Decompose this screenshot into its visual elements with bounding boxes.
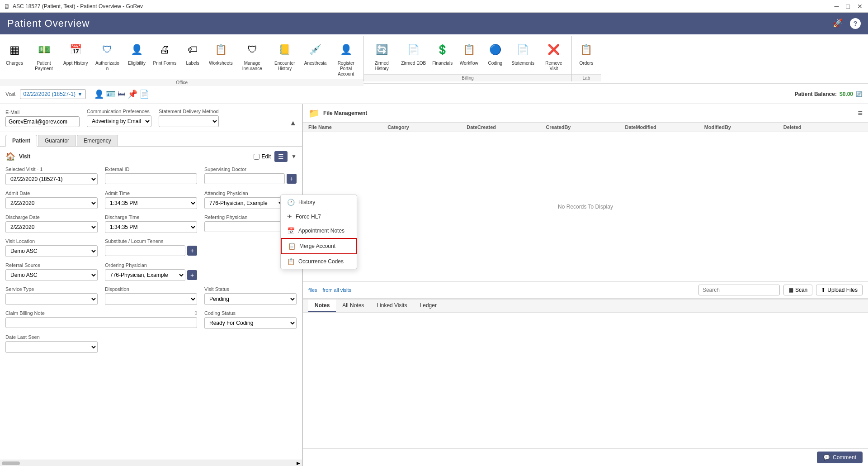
toolbar-register-portal[interactable]: 👤 Register Portal Account xyxy=(330,38,362,79)
notes-tabs: Notes All Notes Linked Visits Ledger xyxy=(303,300,868,313)
comm-pref-select[interactable]: Advertising by Email xyxy=(87,115,151,127)
date-last-seen-select[interactable] xyxy=(5,341,98,353)
upload-label: Upload Files xyxy=(827,287,858,293)
ordering-physician-select[interactable]: 776-Physician, Example xyxy=(105,269,185,281)
toolbar-authorization[interactable]: 🛡 Authorization xyxy=(91,38,123,73)
tab-all-notes[interactable]: All Notes xyxy=(336,300,370,312)
toolbar-workflow[interactable]: 📋 Workflow xyxy=(456,38,481,68)
toolbar-statements[interactable]: 📄 Statements xyxy=(509,38,537,68)
scroll-thumb[interactable] xyxy=(2,461,20,465)
toolbar-coding[interactable]: 🔵 Coding xyxy=(482,38,508,68)
toolbar-eligibility[interactable]: 👤 Eligibility xyxy=(124,38,149,68)
email-label: E-Mail xyxy=(5,109,80,115)
edit-checkbox[interactable] xyxy=(254,154,259,160)
menu-item-merge-account[interactable]: 📋 Merge Account xyxy=(281,238,357,254)
menu-item-occurrence-codes[interactable]: 📋 Occurrence Codes xyxy=(281,254,357,269)
minimize-button[interactable]: ─ xyxy=(833,3,841,10)
tab-guarantor[interactable]: Guarantor xyxy=(38,135,76,146)
selected-visit-select[interactable]: 02/22/2020 (18527-1) xyxy=(5,173,98,185)
toolbar-appt-history[interactable]: 📅 Appt History xyxy=(61,38,90,68)
menu-item-force-hl7[interactable]: ✈ Force HL7 xyxy=(281,209,357,223)
folder-icon: 📁 xyxy=(308,108,320,119)
supervising-doctor-input[interactable] xyxy=(204,173,285,184)
admit-date-select[interactable]: 2/22/2020 xyxy=(5,197,98,209)
scan-button[interactable]: ▦ Scan xyxy=(783,285,812,295)
toolbar-orders[interactable]: 📋 Orders xyxy=(574,38,599,68)
toolbar-manage-insurance[interactable]: 🛡 Manage Insurance xyxy=(236,38,268,73)
attending-physician-select[interactable]: 776-Physician, Example xyxy=(204,197,285,209)
tab-patient[interactable]: Patient xyxy=(5,135,37,147)
admit-time-select[interactable]: 1:34:35 PM xyxy=(105,197,197,209)
referral-source-select[interactable]: Demo ASC xyxy=(5,269,98,281)
substitute-locum-add-button[interactable]: + xyxy=(187,246,197,256)
tab-linked-visits[interactable]: Linked Visits xyxy=(370,300,413,312)
toolbar-patient-payment[interactable]: 💵 Patient Payment xyxy=(28,38,60,73)
stmt-delivery-field-group: Statement Delivery Method xyxy=(159,109,219,127)
ordering-physician-label: Ordering Physician xyxy=(105,262,197,268)
menu-item-appointment-notes[interactable]: 📅 Appointment Notes xyxy=(281,223,357,238)
scroll-right-icon[interactable]: ▶ xyxy=(297,461,300,466)
email-field-group: E-Mail xyxy=(5,109,80,127)
maximize-button[interactable]: □ xyxy=(844,3,852,10)
disposition-select[interactable] xyxy=(105,293,197,305)
supervising-doctor-add-button[interactable]: + xyxy=(287,174,297,184)
substitute-locum-input[interactable] xyxy=(105,245,185,256)
discharge-date-select[interactable]: 2/22/2020 xyxy=(5,221,98,233)
bed-icon[interactable]: 🛏 xyxy=(118,89,126,99)
file-empty-message: No Records To Display xyxy=(303,132,868,281)
toolbar-zirmed-history[interactable]: 🔄 Zirmed History xyxy=(366,38,397,73)
col-modified-by: ModifiedBy xyxy=(704,124,783,130)
toolbar-encounter-history[interactable]: 📒 Encounter History xyxy=(269,38,301,73)
toolbar-worksheets[interactable]: 📋 Worksheets xyxy=(206,38,236,68)
discharge-time-select[interactable]: 1:34:35 PM xyxy=(105,221,197,233)
rocket-icon[interactable]: 🚀 xyxy=(833,18,843,29)
file-mgmt-menu-icon[interactable]: ≡ xyxy=(858,109,863,118)
ordering-physician-add-button[interactable]: + xyxy=(187,270,197,280)
toolbar-charges[interactable]: ▦ Charges xyxy=(2,38,27,68)
upload-files-button[interactable]: ⬆ Upload Files xyxy=(816,285,863,295)
discharge-date-field: Discharge Date 2/22/2020 xyxy=(5,214,98,233)
toolbar-print-forms[interactable]: 🖨 Print Forms xyxy=(150,38,179,68)
toolbar-financials[interactable]: 💲 Financials xyxy=(429,38,455,68)
comment-button[interactable]: 💬 Comment xyxy=(817,452,863,463)
panel-scroll-icon[interactable]: ▼ xyxy=(291,153,297,160)
force-hl7-label: Force HL7 xyxy=(296,214,321,220)
from-all-visits-link[interactable]: from all visits xyxy=(323,287,352,293)
claim-billing-note-input[interactable] xyxy=(5,317,197,328)
tab-notes[interactable]: Notes xyxy=(308,300,336,312)
menu-item-history[interactable]: 🕐 History xyxy=(281,195,357,209)
substitute-locum-input-group: + xyxy=(105,245,197,256)
close-button[interactable]: ✕ xyxy=(855,3,864,10)
toolbar-remove-visit[interactable]: ❌ Remove Visit xyxy=(538,38,570,73)
print-forms-label: Print Forms xyxy=(153,61,176,66)
toolbar-labels[interactable]: 🏷 Labels xyxy=(180,38,205,68)
referring-physician-input[interactable] xyxy=(204,221,285,232)
encounter-history-label: Encounter History xyxy=(272,61,298,71)
horizontal-scrollbar[interactable]: ▶ xyxy=(0,460,302,466)
document-icon[interactable]: 📄 xyxy=(139,89,149,99)
search-input[interactable] xyxy=(698,285,780,295)
external-id-input[interactable] xyxy=(105,173,197,184)
toolbar-zirmed-eob[interactable]: 📄 Zirmed EOB xyxy=(398,38,429,68)
visit-location-select[interactable]: Demo ASC xyxy=(5,245,98,257)
coding-status-select[interactable]: Ready For Coding xyxy=(204,317,297,329)
scroll-up-icon[interactable]: ▲ xyxy=(289,119,297,127)
tab-emergency[interactable]: Emergency xyxy=(77,135,118,146)
tab-ledger[interactable]: Ledger xyxy=(414,300,443,312)
workflow-label: Workflow xyxy=(460,61,478,66)
help-icon[interactable]: ? xyxy=(850,18,861,29)
id-card-icon[interactable]: 🪪 xyxy=(106,89,116,99)
office-group-name: Office xyxy=(0,79,363,86)
visit-status-select[interactable]: Pending xyxy=(204,293,297,305)
toolbar-anesthesia[interactable]: 💉 Anesthesia xyxy=(302,38,329,68)
person-icon[interactable]: 👤 xyxy=(94,89,104,99)
service-type-select[interactable] xyxy=(5,293,98,305)
ordering-physician-input-group: 776-Physician, Example + xyxy=(105,269,197,281)
flag-icon[interactable]: 📌 xyxy=(127,89,137,99)
stmt-delivery-select[interactable] xyxy=(159,115,219,127)
visit-dropdown[interactable]: 02/22/2020 (18527-1) ▼ xyxy=(20,89,85,99)
email-input[interactable] xyxy=(5,116,80,127)
refresh-icon[interactable]: 🔄 xyxy=(856,91,863,97)
hamburger-button[interactable]: ☰ xyxy=(274,151,288,162)
files-link[interactable]: files xyxy=(308,287,317,293)
